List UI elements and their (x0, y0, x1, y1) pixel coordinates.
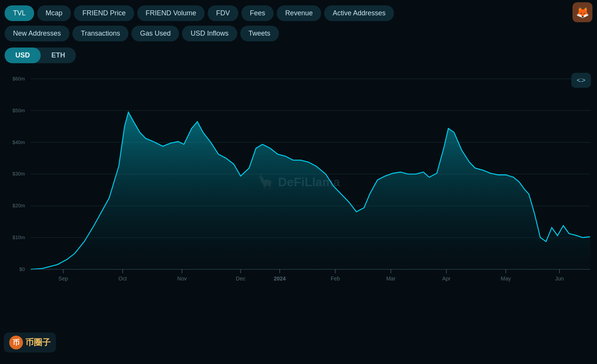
x-label-mar: Mar (386, 275, 395, 282)
nav-revenue[interactable]: Revenue (277, 5, 321, 21)
y-label-60m: $60m (13, 76, 25, 82)
logo-text: 币圈子 (25, 337, 51, 348)
currency-toggle: USD ETH (5, 48, 76, 63)
x-label-feb: Feb (331, 275, 340, 282)
nav-tvl[interactable]: TVL (5, 5, 34, 21)
y-label-40m: $40m (13, 139, 25, 145)
nav-mcap[interactable]: Mcap (37, 5, 71, 21)
chart-svg: $60m $50m $40m $30m $20m $10m $0 (4, 71, 593, 293)
nav-transactions[interactable]: Transactions (72, 26, 128, 41)
nav-friend-price[interactable]: FRIEND Price (74, 5, 134, 21)
nav-row1: TVL Mcap FRIEND Price FRIEND Volume FDV … (0, 0, 597, 24)
logo-circle: 币 (9, 336, 23, 349)
y-label-10m: $10m (13, 234, 25, 240)
currency-usd[interactable]: USD (5, 48, 41, 63)
x-label-apr: Apr (442, 275, 451, 282)
avatar[interactable]: 🦊 (572, 2, 592, 22)
nav-new-addresses[interactable]: New Addresses (5, 26, 69, 41)
nav-fees[interactable]: Fees (241, 5, 274, 21)
x-label-jun: Jun (555, 275, 564, 282)
nav-friend-volume[interactable]: FRIEND Volume (137, 5, 205, 21)
nav-row2: New Addresses Transactions Gas Used USD … (0, 24, 597, 44)
x-label-oct: Oct (118, 275, 127, 282)
nav-gas-used[interactable]: Gas Used (131, 26, 179, 41)
y-label-50m: $50m (13, 108, 25, 113)
x-label-2024: 2024 (274, 275, 285, 282)
y-label-20m: $20m (13, 203, 25, 208)
chart-container: $60m $50m $40m $30m $20m $10m $0 (0, 71, 597, 293)
nav-tweets[interactable]: Tweets (240, 26, 279, 41)
x-label-sep: Sep (59, 275, 68, 282)
x-label-dec: Dec (236, 275, 246, 282)
x-label-nov: Nov (177, 275, 187, 282)
nav-fdv[interactable]: FDV (208, 5, 238, 21)
nav-usd-inflows[interactable]: USD Inflows (182, 26, 237, 41)
nav-active-addresses[interactable]: Active Addresses (324, 5, 394, 21)
bottom-logo: 币 币圈子 (4, 333, 56, 353)
y-label-0: $0 (20, 266, 25, 272)
x-label-may: May (501, 275, 511, 282)
y-label-30m: $30m (13, 171, 25, 177)
currency-eth[interactable]: ETH (41, 48, 76, 63)
